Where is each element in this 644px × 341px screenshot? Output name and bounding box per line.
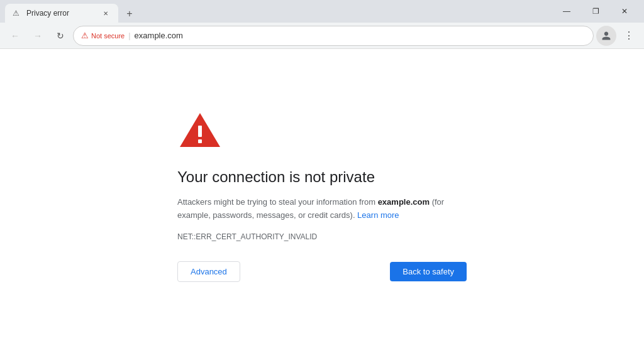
svg-rect-2 [198, 139, 202, 143]
error-container: Your connection is not private Attackers… [165, 95, 479, 295]
omnibox[interactable]: ⚠ Not secure | example.com [73, 26, 594, 46]
page-content: Your connection is not private Attackers… [0, 49, 644, 341]
security-indicator[interactable]: ⚠ Not secure [81, 31, 125, 40]
minimize-button[interactable]: — [552, 1, 581, 21]
back-button[interactable]: ← [5, 26, 25, 46]
error-description: Attackers might be trying to steal your … [177, 196, 467, 222]
tab-title: Privacy error [26, 9, 96, 18]
error-code: NET::ERR_CERT_AUTHORITY_INVALID [177, 232, 317, 241]
new-tab-button[interactable]: + [121, 5, 138, 23]
error-domain: example.com [378, 197, 430, 207]
large-warning-icon [177, 108, 223, 153]
error-actions: Advanced Back to safety [177, 261, 467, 282]
refresh-button[interactable]: ↻ [50, 26, 70, 46]
toolbar: ← → ↻ ⚠ Not secure | example.com ⋮ [0, 23, 644, 49]
description-prefix: Attackers might be trying to steal your … [177, 197, 378, 207]
error-title: Your connection is not private [177, 168, 375, 186]
back-to-safety-button[interactable]: Back to safety [390, 262, 467, 281]
url-display: example.com [135, 31, 183, 40]
maximize-button[interactable]: ❐ [581, 1, 610, 21]
title-bar: ⚠ Privacy error ✕ + — ❐ ✕ [0, 0, 644, 23]
advanced-button[interactable]: Advanced [177, 261, 240, 282]
forward-button[interactable]: → [28, 26, 48, 46]
tab-close-button[interactable]: ✕ [101, 8, 111, 18]
url-separator: | [128, 31, 130, 40]
security-label: Not secure [91, 32, 125, 40]
tab-favicon: ⚠ [13, 9, 21, 18]
learn-more-link[interactable]: Learn more [357, 210, 399, 220]
tab-strip: ⚠ Privacy error ✕ + [0, 0, 552, 23]
close-button[interactable]: ✕ [610, 1, 639, 21]
account-icon [601, 31, 611, 41]
profile-button[interactable] [596, 26, 616, 46]
window-chrome: ⚠ Privacy error ✕ + — ❐ ✕ ← → ↻ ⚠ Not se… [0, 0, 644, 49]
active-tab[interactable]: ⚠ Privacy error ✕ [5, 4, 118, 23]
svg-rect-1 [198, 126, 202, 137]
warning-triangle-icon: ⚠ [81, 31, 89, 40]
window-controls: — ❐ ✕ [552, 1, 644, 21]
menu-button[interactable]: ⋮ [619, 26, 639, 46]
